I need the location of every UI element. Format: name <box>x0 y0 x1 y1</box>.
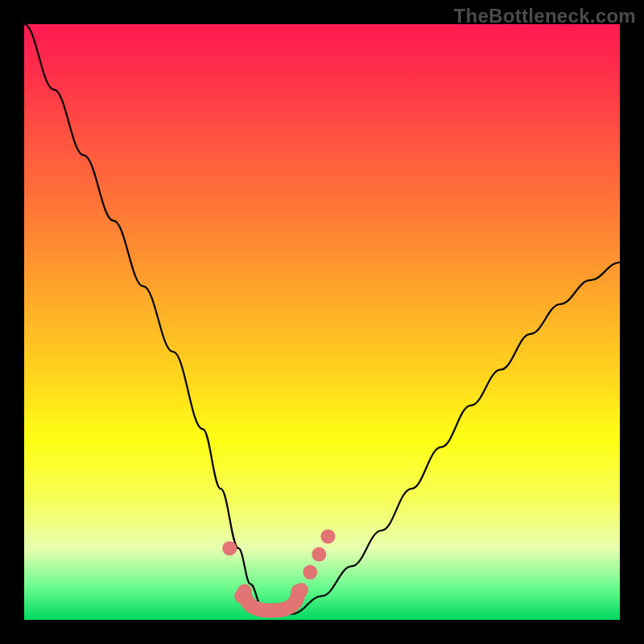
bottleneck-curve <box>24 24 620 614</box>
highlight-dot <box>222 541 237 555</box>
highlight-dot <box>320 529 335 543</box>
highlight-dot <box>303 565 317 580</box>
chart-svg <box>24 24 620 620</box>
chart-frame: TheBottleneck.com <box>0 0 644 644</box>
plot-area <box>24 24 620 620</box>
optimal-band <box>245 592 299 611</box>
watermark-text: TheBottleneck.com <box>454 5 636 27</box>
highlight-dot <box>294 583 308 597</box>
highlight-dot <box>234 588 249 603</box>
highlight-dot <box>312 547 326 562</box>
